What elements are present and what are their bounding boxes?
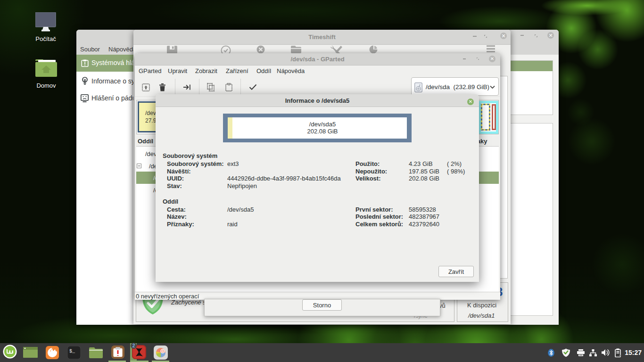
svg-text:$_: $_	[69, 349, 75, 354]
